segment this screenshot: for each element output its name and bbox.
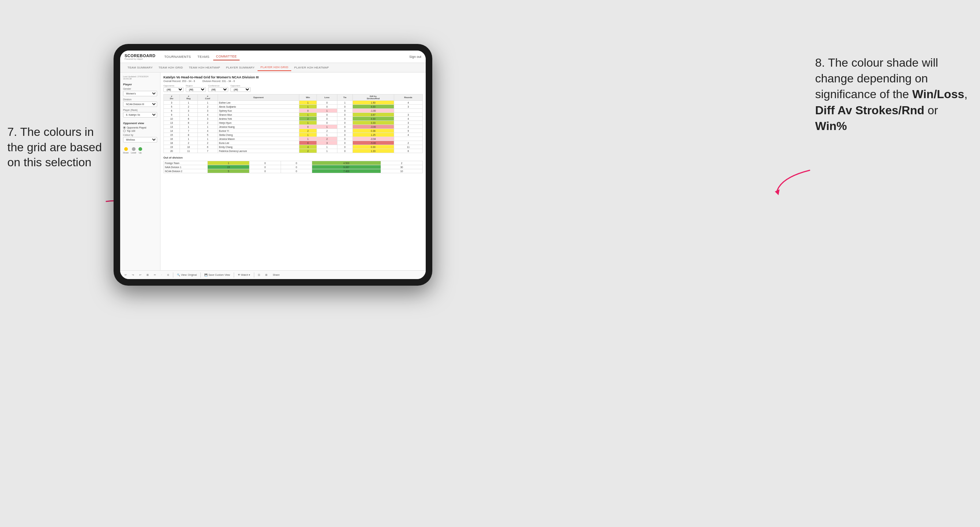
cell-div: 18	[164, 141, 180, 145]
ood-cell-win: 1	[208, 161, 250, 165]
cell-loss: 2	[317, 137, 337, 141]
timestamp: Last Updated: 27/03/2024 16:55:38	[123, 75, 157, 80]
cell-opponent: Stella Cheng	[218, 133, 299, 137]
table-row: 14 7 4 Eunice Yi 2 2 0 0.38 9	[164, 129, 423, 133]
toolbar-dot: ·	[160, 273, 163, 277]
cell-conf: 7	[197, 149, 218, 153]
cell-div: 13	[164, 121, 180, 125]
cell-opponent: Eunice Yi	[218, 129, 299, 133]
cell-tie: 0	[337, 149, 353, 153]
radio-opponents-played[interactable]: Opponents Played	[123, 126, 157, 129]
cell-conf: 2	[197, 141, 218, 145]
sub-nav-player-h2h-heatmap[interactable]: PLAYER H2H HEATMAP	[291, 65, 332, 71]
sub-nav-team-summary[interactable]: TEAM SUMMARY	[124, 65, 156, 71]
radio-top100[interactable]: Top 100	[123, 130, 157, 132]
cell-reg: 8	[180, 121, 197, 125]
out-of-division-label: Out of division	[163, 156, 423, 159]
nav-tournaments[interactable]: TOURNAMENTS	[161, 54, 194, 60]
cell-reg: 10	[180, 145, 197, 149]
colour-by-select[interactable]: Win/loss	[123, 137, 157, 143]
cell-diff: 3.33	[352, 121, 394, 125]
cell-diff: 4.00	[352, 105, 394, 109]
grid-title: Katelyn Vo Head-to-Head Grid for Women's…	[163, 75, 423, 79]
cell-reg: 1	[180, 113, 197, 117]
toolbar-save-custom[interactable]: 💾 Save Custom View	[203, 273, 232, 277]
toolbar-grid[interactable]: ⊞	[145, 273, 150, 277]
toolbar-icon2[interactable]: ⊞	[264, 273, 269, 277]
toolbar-cut[interactable]: ✂	[153, 273, 158, 277]
cell-conf: 3	[197, 109, 218, 113]
table-row: 13 1 1 Jessica Huang 0 1 0 -3.00 2	[164, 125, 423, 129]
cell-opponent: Heejo Hyun	[218, 121, 299, 125]
cell-diff: -1.00	[352, 109, 394, 113]
cell-opponent: Alexis Sudjianto	[218, 105, 299, 109]
opponent-filter-select[interactable]: (All)	[231, 87, 251, 92]
cell-loss: 0	[317, 117, 337, 121]
toolbar-undo2[interactable]: ↩	[138, 273, 143, 277]
ood-cell-win: 15	[208, 165, 250, 169]
ood-table-row: NAIA Division 1 15 0 0 9.267 30	[164, 165, 423, 169]
opponents-filter-label: Opponents:	[163, 84, 183, 87]
cell-loss: 0	[317, 105, 337, 109]
cell-reg: 11	[180, 149, 197, 153]
toolbar-redo[interactable]: ↪	[130, 273, 135, 277]
cell-tie: 1	[337, 101, 353, 105]
col-loss: Loss	[317, 94, 337, 101]
cell-tie: 0	[337, 137, 353, 141]
sub-nav-player-summary[interactable]: PLAYER SUMMARY	[223, 65, 258, 71]
cell-diff: 3.67	[352, 113, 394, 117]
nav-committee[interactable]: COMMITTEE	[213, 53, 240, 60]
cell-opponent: Euna Lee	[218, 141, 299, 145]
legend: Down Level Up	[123, 147, 157, 154]
table-row: 16 1 1 Jessica Mason 1 2 0 -0.94	[164, 137, 423, 141]
table-row: 13 8 2 Heejo Hyun 1 0 0 3.33 3	[164, 121, 423, 125]
radio-group: Opponents Played Top 100	[123, 126, 157, 132]
toolbar-icon1[interactable]: ⊡	[256, 273, 262, 277]
cell-win: 2	[299, 149, 317, 153]
rank-select[interactable]: 8. Katelyn Vo	[123, 112, 157, 117]
cell-rounds: 4	[394, 133, 422, 137]
cell-tie: 0	[337, 129, 353, 133]
toolbar-refresh[interactable]: ⊙	[165, 273, 171, 277]
sidebar: Last Updated: 27/03/2024 16:55:38 Player…	[120, 73, 161, 270]
toolbar-undo[interactable]: ↩	[123, 273, 128, 277]
legend-up: Up	[138, 147, 142, 154]
col-opponent: Opponent	[218, 94, 299, 101]
col-diff: Diff AvStrokes/Rnd	[352, 94, 394, 101]
division-select[interactable]: NCAA Division III	[123, 102, 157, 107]
ood-cell-rounds: 30	[381, 165, 423, 169]
ood-cell-rounds: 10	[381, 169, 423, 173]
sub-nav-team-h2h-heatmap[interactable]: TEAM H2H HEATMAP	[186, 65, 223, 71]
radio-dot-1	[123, 126, 126, 129]
cell-win: 0	[299, 109, 317, 113]
opponents-filter-select[interactable]: (All)	[163, 87, 183, 92]
bottom-toolbar: ↩ ↪ ↩ ⊞ ✂ · ⊙ 🔍 View: Original 💾 Save Cu…	[120, 270, 426, 279]
cell-conf: 6	[197, 145, 218, 149]
legend-down: Down	[123, 147, 129, 154]
sub-nav-player-h2h-grid[interactable]: PLAYER H2H GRID	[258, 64, 291, 71]
cell-rounds: 4	[394, 101, 422, 105]
toolbar-view-original[interactable]: 🔍 View: Original	[175, 273, 198, 277]
nav-sign-out[interactable]: Sign out	[409, 55, 421, 59]
cell-win: 1	[299, 113, 317, 117]
cell-rounds: 2	[394, 141, 422, 145]
toolbar-watch[interactable]: 👁 Watch ▾	[236, 273, 252, 277]
cell-conf: 1	[197, 101, 218, 105]
conference-filter-select[interactable]: (All)	[208, 87, 228, 92]
cell-opponent: Federica Domecq Lacroze	[218, 149, 299, 153]
cell-conf: 1	[197, 137, 218, 141]
cell-div: 3	[164, 101, 180, 105]
annotation-left: 7. The colours in the grid are based on …	[7, 124, 110, 170]
tablet-device: SCOREBOARD Powered by clippd TOURNAMENTS…	[114, 44, 432, 286]
arrow-right-svg	[769, 163, 813, 200]
toolbar-div-3	[234, 273, 234, 278]
cell-conf: 4	[197, 113, 218, 117]
gender-select[interactable]: Women's	[123, 91, 157, 96]
cell-opponent: Sydney Kuo	[218, 109, 299, 113]
sub-nav-team-h2h-grid[interactable]: TEAM H2H GRID	[156, 65, 186, 71]
toolbar-share[interactable]: Share	[271, 273, 281, 277]
nav-teams[interactable]: TEAMS	[194, 54, 213, 60]
cell-div: 6	[164, 109, 180, 113]
cell-conf: 2	[197, 121, 218, 125]
region-filter-select[interactable]: (All)	[186, 87, 206, 92]
